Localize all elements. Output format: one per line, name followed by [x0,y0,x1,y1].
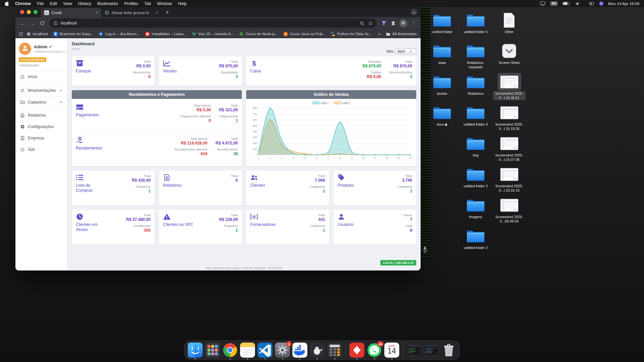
bookmark[interactable]: Installation – Larav... [143,31,189,37]
browser-tab[interactable]: Deixar linha grossa hr × [101,8,162,17]
bookmark[interactable]: localhost [24,31,51,37]
sidebar-item-inicio[interactable]: Início [19,71,64,82]
sidebar-item-empresa[interactable]: Empresa [19,132,64,144]
wifi-icon[interactable] [575,2,580,5]
zoom-window-button[interactable] [34,10,38,14]
desktop-icon[interactable]: Screenshot 2025-0...09.48.59 [492,196,526,227]
dock-minimized-window-1[interactable] [407,343,422,358]
control-center-icon[interactable] [589,2,594,5]
browser-menu-icon[interactable]: ⋮ [409,19,418,27]
desktop-icon[interactable]: Screen Shots [492,42,526,73]
siri-icon[interactable] [599,1,603,6]
desktop-icon[interactable]: Relatorios-easyweb [459,42,492,73]
new-tab-button[interactable]: + [163,8,172,17]
desktop-icon[interactable]: untitled folder 3 [459,165,492,196]
browser-tab[interactable]: C Credit × [41,8,101,17]
sidebar-item-sair[interactable]: Sair [19,144,64,155]
card-title-link[interactable]: Vendas [163,69,177,74]
dock-calculator[interactable] [327,343,342,358]
desktop-icon[interactable]: docker [425,73,459,104]
desktop-icon[interactable]: Screenshot 2025-0...t 15.18.26 [492,104,526,134]
edit-profile-icon[interactable] [49,45,52,48]
back-button[interactable]: ← [18,19,27,28]
dock-calendar[interactable]: APR 14 [384,343,399,358]
bookmark[interactable]: Log in – Jira Anron... [96,31,143,37]
profile-avatar[interactable]: P [399,19,407,27]
sidebar-item-movimentacoes[interactable]: Movimentações [19,84,64,97]
extensions-icon[interactable] [389,19,397,27]
battery-icon[interactable] [562,2,570,5]
site-info-icon[interactable] [53,21,58,25]
dock-red-app[interactable] [350,343,365,358]
dock-chrome[interactable] [223,343,238,358]
filter-extension-icon[interactable] [379,19,388,27]
desktop-icon[interactable]: Other [492,11,526,42]
dock-notes[interactable] [240,343,255,358]
sidebar-item-configuracoes[interactable]: Configurações [19,121,64,132]
tab-close-icon[interactable]: × [155,10,159,15]
menubar-item[interactable]: File [37,1,44,6]
address-bar[interactable]: localhost [49,18,377,28]
card-title-link[interactable]: Caixa [250,69,261,74]
desktop-icon[interactable]: Screenshot 2025-0...t 15.07.08 [492,134,526,165]
menubar-item[interactable]: Edit [50,1,57,6]
menubar-item[interactable]: Window [157,1,172,6]
menubar-app-name[interactable]: Chrome [15,1,31,6]
dock-utility-app[interactable] [310,343,325,358]
menubar-item[interactable]: View [63,1,72,6]
desktop-icon[interactable]: imagens [459,196,492,227]
input-source-indicator[interactable]: BR [550,1,557,6]
apps-grid-icon[interactable] [19,30,23,38]
card-title-link[interactable]: Estoque [76,69,91,74]
sidebar-item-cadastros[interactable]: Cadastros [19,97,64,108]
card-title-link[interactable]: Produtos [337,183,354,188]
desktop-icon[interactable]: untitled folder 2 [459,227,492,258]
menubar-item[interactable]: History [78,1,91,6]
reload-button[interactable] [38,19,47,28]
desktop-icon[interactable]: img [459,134,492,165]
card-title-link[interactable]: Clientes no SPC [163,222,193,227]
close-window-button[interactable] [20,10,24,14]
menubar-item[interactable]: Help [178,1,187,6]
desktop-icon[interactable]: docs [425,104,459,134]
tab-close-icon[interactable]: × [95,10,99,15]
card-title-link[interactable]: Clientes em Atraso [76,222,108,233]
card-title-link[interactable]: Fornecedores [250,222,276,227]
dock-minimized-window-2[interactable] [424,343,439,358]
minimize-window-button[interactable] [27,10,31,14]
dock-settings[interactable]: 1 [275,343,290,358]
card-title-link[interactable]: Relatórios [163,183,181,188]
menubar-item[interactable]: Tab [144,1,151,6]
section-title-link[interactable]: Recebimentos [76,146,102,151]
section-title-link[interactable]: Pagamentos [76,113,99,118]
bookmark[interactable]: Curso Java na Prát... [281,31,328,37]
forward-button[interactable]: → [28,19,37,28]
all-bookmarks-button[interactable]: All Bookmarks [383,31,419,37]
desktop-icon[interactable]: Relatorios [459,73,492,104]
dock-whatsapp[interactable]: 46 [367,343,382,358]
bookmark[interactable]: Python for Data Sc... [328,31,375,37]
desktop-icon[interactable]: untitled folder [425,11,459,42]
card-title-link[interactable]: Usuários [337,222,354,227]
card-title-link[interactable]: Clientes [250,183,265,188]
desktop-icon[interactable]: Screenshot 2025-0...t 15.36.51 [492,73,526,104]
bookmark[interactable]: Curso de Node.js... [236,31,281,37]
sidebar-item-relatorios[interactable]: Relatórios [19,110,64,121]
bookmark[interactable]: Branches for Easy... [51,31,96,37]
card-title-link[interactable]: Lista de Compras [76,183,108,193]
tab-search-button[interactable] [411,9,417,15]
menubar-clock[interactable]: Mon 14 Apr 16:09 [608,1,639,6]
bookmarks-overflow-icon[interactable]: » [376,32,383,37]
apple-menu-icon[interactable] [5,1,9,6]
desktop-icon[interactable]: untitled folder 5 [459,11,492,42]
desktop-icon[interactable]: www [425,42,459,73]
dock-vscode[interactable] [258,343,273,358]
bookmark[interactable]: Vue JS – Usando A... [189,31,237,37]
dock-trash[interactable] [441,343,457,358]
dock-finder[interactable] [188,343,203,358]
dock-launchpad[interactable] [205,343,220,358]
screen-mirroring-icon[interactable] [540,1,545,6]
menubar-item[interactable]: Bookmarks [97,1,118,6]
desktop-icon[interactable]: Screenshot 2025-0...t 10.32.19 [492,165,526,196]
search-icon[interactable] [360,21,364,25]
